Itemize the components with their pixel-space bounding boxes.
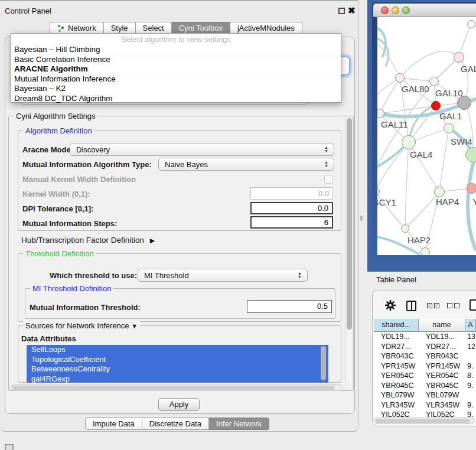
network-canvas[interactable]: GAL GAL80 GAL10 GAL1 GAL11 SWI4 GAL4 GCY… [377, 17, 476, 255]
dropdown-item[interactable]: Bayesian – K2 [11, 83, 341, 93]
tab-network-label: Network [68, 24, 96, 32]
hub-definition-disclosure[interactable]: Hub/Transcription Factor Definition ▶ [21, 236, 155, 244]
mi-steps-label: Mutual Information Steps: [22, 219, 117, 228]
network-window-titlebar[interactable] [373, 4, 476, 17]
list-item[interactable]: TopologicalCoefficient [27, 355, 328, 365]
tab-discretize-data[interactable]: Discretize Data [142, 418, 209, 430]
collapsed-arrow-icon: ▶ [150, 237, 155, 244]
scrollbar-thumb[interactable] [376, 419, 470, 423]
node-partial-top[interactable] [467, 20, 475, 28]
dpi-tolerance-field[interactable]: 0.0 [250, 202, 333, 214]
kernel-width-field[interactable]: 0.0 [250, 187, 333, 200]
node-gal80[interactable] [395, 73, 405, 83]
node-hap4[interactable] [434, 187, 445, 197]
minimize-traffic-light[interactable] [392, 6, 399, 14]
table-row[interactable]: YBR043CYBR043C [374, 351, 476, 361]
combo-arrows-icon: ▲▼ [324, 161, 328, 168]
control-panel-title: Control Panel [5, 6, 51, 15]
unchecked-boxes-icon[interactable] [447, 303, 459, 308]
minimized-panel-icon[interactable] [5, 444, 14, 450]
apply-button[interactable]: Apply [158, 398, 200, 411]
network-tab-icon [57, 24, 65, 32]
node-label: HAP2 [407, 235, 431, 245]
node-gal10[interactable] [429, 77, 439, 86]
zoom-traffic-light[interactable] [402, 6, 410, 14]
gear-icon[interactable] [384, 299, 396, 314]
column-header-name[interactable]: name [419, 319, 465, 332]
column-header-partial[interactable]: A [465, 319, 476, 332]
tab-select[interactable]: Select [136, 22, 172, 34]
tab-style[interactable]: Style [104, 22, 136, 34]
combo-arrows-icon: ▲▼ [324, 146, 328, 153]
table-row[interactable]: YBL079WYBL079W [374, 390, 476, 400]
manual-kernel-label: Manual Kernel Width Definition [22, 175, 136, 184]
list-item[interactable]: gal4RGexp [27, 374, 328, 383]
panel-splitter-handle[interactable] [360, 216, 363, 221]
mi-threshold-field[interactable]: 0.5 [247, 300, 332, 313]
table-row[interactable]: YDR27...YDR27...12 [374, 342, 476, 352]
node-gal7[interactable] [454, 52, 464, 63]
node-partial-bottom[interactable] [420, 247, 430, 255]
sources-group-title[interactable]: Sources for Network Inference ▼ [23, 321, 140, 330]
checked-boxes-icon[interactable]: ✓✓ [427, 303, 439, 308]
dropdown-item[interactable]: Mutual Information Inference [11, 74, 341, 84]
table-row[interactable]: YPR145WYPR145W9. [374, 361, 476, 371]
scrollbar-thumb[interactable] [347, 118, 352, 330]
table-header: shared... name A [374, 319, 476, 332]
split-column-icon[interactable] [406, 301, 416, 311]
aracne-mode-combo[interactable]: Discovery ▲▼ [70, 143, 334, 156]
node-swi4[interactable] [444, 123, 454, 133]
table-row[interactable]: YLR345WYLR345W9. [374, 400, 476, 410]
node-hap2[interactable] [401, 224, 409, 233]
close-icon[interactable]: ✖ [348, 5, 356, 16]
table-row[interactable]: YBR045CYBR045C9. [374, 381, 476, 391]
column-header-shared[interactable]: shared... [374, 319, 419, 332]
which-threshold-combo[interactable]: MI Threshold ▲▼ [138, 269, 308, 282]
data-attributes-list: SelfLoops TopologicalCoefficient Between… [27, 345, 328, 383]
close-traffic-light[interactable] [381, 6, 389, 14]
tab-jactivemnodules[interactable]: jActiveMNodules [230, 22, 302, 34]
tab-cyni-toolbox[interactable]: Cyni Toolbox [172, 22, 230, 34]
mi-type-value: Naive Bayes [165, 160, 208, 169]
control-panel-tabs: Network Style Select Cyni Toolbox jActiv… [50, 22, 302, 34]
list-item[interactable]: BetweennessCentrality [27, 364, 328, 374]
tab-infer-network[interactable]: Infer Network [209, 418, 269, 430]
dropdown-item[interactable]: Basic Correlation Inference [11, 54, 341, 64]
document-icon[interactable] [470, 299, 476, 311]
node-gal1-red[interactable] [431, 101, 441, 110]
mi-type-label: Mutual Information Algorithm Type: [22, 160, 152, 169]
node-gal4[interactable] [402, 135, 416, 149]
table-panel-title: Table Panel [376, 275, 416, 284]
data-attributes-label: Data Attributes [21, 334, 76, 343]
dropdown-item[interactable]: Bayesian – Hill Climbing [11, 44, 341, 54]
list-scrollbar-thumb[interactable] [321, 346, 326, 380]
mi-type-combo[interactable]: Naive Bayes ▲▼ [158, 158, 334, 171]
dropdown-item[interactable]: Dream8 DC_TDC Algorithm [11, 93, 341, 103]
node-salmon[interactable] [467, 183, 476, 194]
manual-kernel-checkbox[interactable] [324, 175, 333, 184]
tab-impute-data[interactable]: Impute Data [85, 418, 142, 430]
node-label: GAL1 [439, 111, 462, 121]
node-label: GAL [461, 64, 476, 74]
node-label: GAL10 [435, 88, 463, 98]
settings-group-title: Cyni Algorithm Settings [14, 112, 97, 120]
bottom-tabs: Impute Data Discretize Data Infer Networ… [85, 418, 269, 430]
dropdown-placeholder: Select algorithm to view settings [11, 35, 341, 44]
dpi-tolerance-label: DPI Tolerance [0,1]: [22, 204, 93, 213]
table-row[interactable]: YDL19...YDL19...13 [374, 332, 476, 342]
algorithm-dropdown-list: Select algorithm to view settings Bayesi… [11, 33, 341, 103]
dropdown-item-aracne[interactable]: ARACNE Algorithm [11, 64, 341, 74]
combo-arrows-icon: ▲▼ [298, 272, 302, 279]
settings-vertical-scrollbar[interactable] [345, 117, 353, 383]
tab-network[interactable]: Network [50, 22, 104, 34]
settings-horizontal-scrollbar[interactable] [11, 384, 343, 391]
kernel-width-label: Kernel Width (0,1): [22, 190, 90, 198]
which-threshold-value: MI Threshold [144, 271, 189, 280]
scrollbar-thumb[interactable] [12, 386, 335, 390]
mi-steps-field[interactable]: 6 [250, 216, 333, 229]
table-horizontal-scrollbar[interactable] [374, 418, 474, 424]
float-window-icon[interactable] [338, 8, 345, 14]
table-row[interactable]: YER054CYER054C8. [374, 371, 476, 381]
table-row[interactable]: YIL052CYIL052C9. [374, 410, 476, 417]
list-item[interactable]: SelfLoops [27, 345, 328, 355]
